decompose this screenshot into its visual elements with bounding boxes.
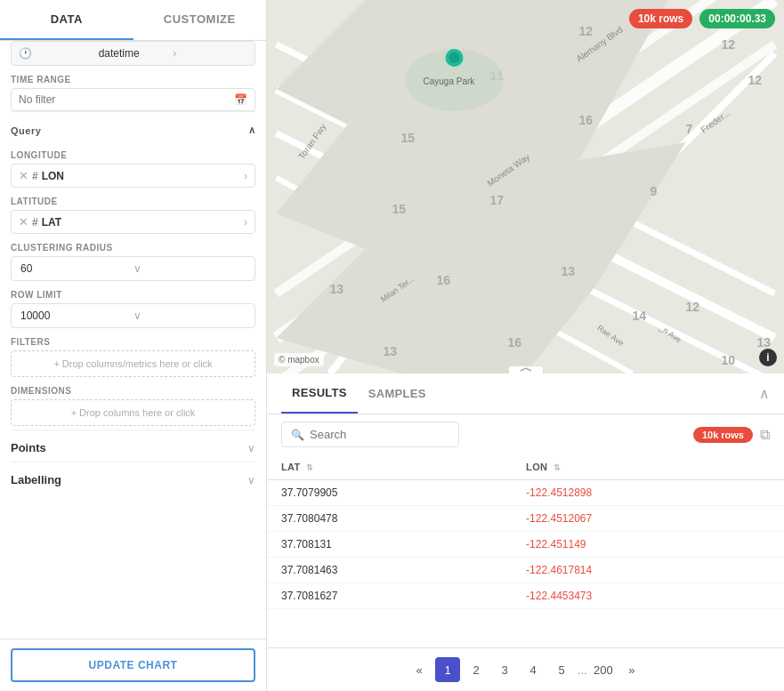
latitude-remove-btn[interactable]: ✕ <box>19 215 28 229</box>
clustering-value: 60 <box>20 262 133 275</box>
svg-text:12: 12 <box>722 37 736 52</box>
tab-results[interactable]: RESULTS <box>281 374 358 414</box>
cell-lat: 37.708131 <box>267 532 512 558</box>
col-lon[interactable]: LON ⇅ <box>512 454 784 480</box>
pagination-page-3[interactable]: 3 <box>492 657 517 682</box>
datetime-field[interactable]: 🕐 datetime › <box>11 41 255 66</box>
table-row: 37.7079905-122.4512898 <box>267 480 784 506</box>
query-header: Query ∧ <box>11 116 255 141</box>
time-range-text[interactable] <box>19 93 234 106</box>
longitude-input[interactable]: ✕ # LON › <box>11 164 255 188</box>
left-panel: DATA CUSTOMIZE 🕐 datetime › TIME RANGE 📅… <box>0 0 267 691</box>
tab-customize[interactable]: CUSTOMIZE <box>133 0 267 40</box>
svg-text:13: 13 <box>562 264 576 278</box>
cell-lon: -122.451149 <box>512 532 784 558</box>
dimensions-drop-zone[interactable]: + Drop columns here or click <box>11 399 255 426</box>
table-row: 37.7081627-122.4453473 <box>267 583 784 609</box>
labelling-label: Labelling <box>11 473 61 486</box>
right-panel: 10k rows 00:00:00.33 <box>267 0 784 691</box>
results-tabs: RESULTS SAMPLES ∧ <box>267 374 784 414</box>
cell-lat: 37.7081463 <box>267 558 512 583</box>
time-badge: 00:00:00.33 <box>699 9 775 28</box>
map-container[interactable]: 10 12 12 12 11 16 7 15 9 17 15 13 16 13 … <box>267 0 784 374</box>
lon-sort-icon: ⇅ <box>554 463 561 472</box>
svg-text:13: 13 <box>384 344 398 358</box>
svg-text:15: 15 <box>401 131 416 145</box>
panel-content: 🕐 datetime › TIME RANGE 📅 Query ∧ LONGIT… <box>0 41 266 639</box>
cell-lon: -122.4617814 <box>512 558 784 583</box>
table-row: 37.7080478-122.4512067 <box>267 506 784 532</box>
svg-text:9: 9 <box>651 184 658 198</box>
search-icon: 🔍 <box>291 429 304 441</box>
table-row: 37.708131-122.451149 <box>267 532 784 558</box>
pagination-dots: ... <box>578 663 587 677</box>
filters-label: FILTERS <box>11 337 255 347</box>
clustering-select[interactable]: 60 ∨ <box>11 256 255 281</box>
row-limit-label: ROW LIMIT <box>11 290 255 300</box>
dimensions-label: DIMENSIONS <box>11 386 255 396</box>
cell-lon: -122.4453473 <box>512 583 784 609</box>
top-badges: 10k rows 00:00:00.33 <box>629 9 775 28</box>
table-row: 37.7081463-122.4617814 <box>267 558 784 583</box>
latitude-hash-icon: # <box>32 216 38 229</box>
svg-text:13: 13 <box>757 335 772 350</box>
rows-badge: 10k rows <box>629 9 692 28</box>
latitude-label: LATITUDE <box>11 197 255 206</box>
search-input[interactable] <box>310 428 449 441</box>
cell-lat: 37.7080478 <box>267 506 512 532</box>
clock-icon: 🕐 <box>19 47 93 60</box>
pagination-page-200[interactable]: 200 <box>591 657 616 682</box>
query-label: Query <box>11 125 41 136</box>
row-limit-chevron-icon: ∨ <box>133 309 247 322</box>
pagination-page-1[interactable]: 1 <box>435 657 460 682</box>
latitude-input[interactable]: ✕ # LAT › <box>11 210 255 234</box>
datetime-chevron-icon: › <box>173 47 247 60</box>
latitude-value: LAT <box>42 216 244 229</box>
pagination-page-2[interactable]: 2 <box>464 657 489 682</box>
svg-text:7: 7 <box>686 122 693 136</box>
results-collapse-button[interactable]: ∧ <box>759 385 770 402</box>
lat-sort-icon: ⇅ <box>306 463 313 472</box>
points-section[interactable]: Points ∨ <box>11 430 255 462</box>
pagination-page-5[interactable]: 5 <box>549 657 574 682</box>
row-limit-select[interactable]: 10000 ∨ <box>11 303 255 328</box>
cell-lon: -122.4512067 <box>512 506 784 532</box>
svg-text:12: 12 <box>579 24 594 38</box>
results-rows-badge: 10k rows <box>693 427 753 443</box>
svg-text:12: 12 <box>748 73 763 87</box>
search-box[interactable]: 🔍 <box>281 422 459 447</box>
map-collapse-button[interactable] <box>508 366 544 374</box>
svg-text:16: 16 <box>508 335 522 350</box>
col-lat[interactable]: LAT ⇅ <box>267 454 512 480</box>
update-btn-row: UPDATE CHART <box>0 639 266 691</box>
longitude-chevron-icon: › <box>244 170 247 182</box>
pagination: « 1 2 3 4 5 ... 200 » <box>267 647 784 691</box>
results-toolbar: 🔍 10k rows ⧉ <box>267 414 784 454</box>
filters-drop-zone[interactable]: + Drop columns/metrics here or click <box>11 350 255 377</box>
pagination-page-4[interactable]: 4 <box>521 657 546 682</box>
copy-button[interactable]: ⧉ <box>760 427 770 443</box>
cell-lon: -122.4512898 <box>512 480 784 506</box>
points-label: Points <box>11 441 46 454</box>
results-area: RESULTS SAMPLES ∧ 🔍 10k rows ⧉ LAT ⇅ <box>267 374 784 691</box>
tab-data[interactable]: DATA <box>0 0 133 40</box>
calendar-icon: 📅 <box>234 93 247 106</box>
labelling-section[interactable]: Labelling ∨ <box>11 462 255 494</box>
update-chart-button[interactable]: UPDATE CHART <box>11 648 255 682</box>
tab-samples[interactable]: SAMPLES <box>358 374 437 413</box>
time-range-input[interactable]: 📅 <box>11 88 255 111</box>
longitude-remove-btn[interactable]: ✕ <box>19 169 28 182</box>
row-limit-value: 10000 <box>20 309 133 322</box>
longitude-hash-icon: # <box>32 170 38 182</box>
map-attribution: © mapbox <box>274 353 324 366</box>
datetime-label: datetime <box>99 47 174 60</box>
clustering-chevron-icon: ∨ <box>133 262 247 275</box>
latitude-chevron-icon: › <box>244 216 247 229</box>
pagination-prev[interactable]: « <box>407 657 432 682</box>
pagination-next[interactable]: » <box>619 657 644 682</box>
query-collapse-icon[interactable]: ∧ <box>248 125 256 136</box>
map-info-button[interactable]: i <box>759 349 777 366</box>
time-range-label: TIME RANGE <box>11 75 255 84</box>
svg-text:14: 14 <box>633 309 647 323</box>
query-section: Query ∧ LONGITUDE ✕ # LON › LATITUDE ✕ #… <box>11 111 255 426</box>
